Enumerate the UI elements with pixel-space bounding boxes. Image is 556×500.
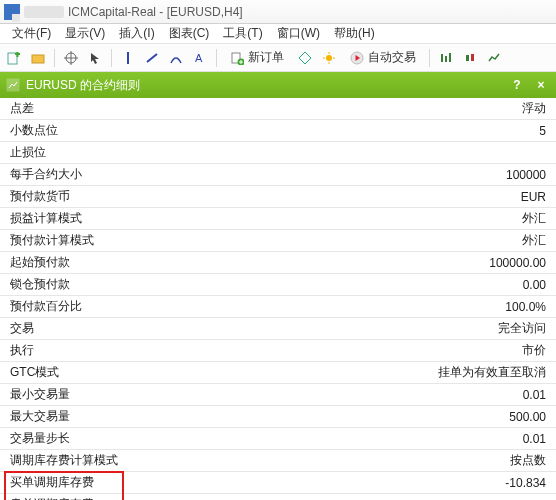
property-value: 完全访问 <box>498 320 546 337</box>
profiles-button[interactable] <box>28 48 48 68</box>
menu-view[interactable]: 显示(V) <box>59 23 111 44</box>
plus-doc-icon <box>7 51 21 65</box>
menu-charts[interactable]: 图表(C) <box>163 23 216 44</box>
property-row: 交易完全访问 <box>0 318 556 340</box>
property-row: 最小交易量0.01 <box>0 384 556 406</box>
panel-help-button[interactable]: ? <box>508 76 526 94</box>
metaquotes-button[interactable] <box>319 48 339 68</box>
menu-help[interactable]: 帮助(H) <box>328 23 381 44</box>
window-title: ICMCapital-Real - [EURUSD,H4] <box>68 5 243 19</box>
property-row: 最大交易量500.00 <box>0 406 556 428</box>
property-label: 最大交易量 <box>10 408 70 425</box>
menu-window[interactable]: 窗口(W) <box>271 23 326 44</box>
property-label: 执行 <box>10 342 34 359</box>
property-value: 外汇 <box>522 210 546 227</box>
property-value: -10.834 <box>505 476 546 490</box>
property-label: 预付款货币 <box>10 188 70 205</box>
crosshair-icon <box>64 51 78 65</box>
draw-cycle-button[interactable] <box>166 48 186 68</box>
folder-icon <box>31 51 45 65</box>
crosshair-button[interactable] <box>61 48 81 68</box>
bar-chart-button[interactable] <box>436 48 456 68</box>
property-label: 卖单调期库存费 <box>10 496 94 500</box>
menubar: 文件(F) 显示(V) 插入(I) 图表(C) 工具(T) 窗口(W) 帮助(H… <box>0 24 556 44</box>
line-chart-button[interactable] <box>484 48 504 68</box>
svg-point-6 <box>326 55 332 61</box>
menu-insert[interactable]: 插入(I) <box>113 23 160 44</box>
draw-text-button[interactable]: A <box>190 48 210 68</box>
property-row: 起始预付款100000.00 <box>0 252 556 274</box>
property-value: 500.00 <box>509 410 546 424</box>
property-row: 预付款货币EUR <box>0 186 556 208</box>
property-value: 浮动 <box>522 100 546 117</box>
svg-rect-9 <box>471 54 474 61</box>
doc-plus-icon <box>230 51 244 65</box>
auto-trade-button[interactable]: 自动交易 <box>343 47 423 69</box>
svg-rect-8 <box>466 55 469 61</box>
property-label: 最小交易量 <box>10 386 70 403</box>
bar-chart-icon <box>439 51 453 65</box>
cursor-button[interactable] <box>85 48 105 68</box>
cursor-icon <box>88 51 102 65</box>
expert-list-button[interactable] <box>295 48 315 68</box>
draw-vline-button[interactable] <box>118 48 138 68</box>
property-row: 交易量步长0.01 <box>0 428 556 450</box>
property-value: 5 <box>539 124 546 138</box>
property-row: 买单调期库存费-10.834 <box>0 472 556 494</box>
property-row: GTC模式挂单为有效直至取消 <box>0 362 556 384</box>
property-label: 损益计算模式 <box>10 210 82 227</box>
property-value: 外汇 <box>522 232 546 249</box>
separator <box>54 49 55 67</box>
property-value: 0.01 <box>523 432 546 446</box>
panel-close-button[interactable]: × <box>532 76 550 94</box>
property-value: 市价 <box>522 342 546 359</box>
property-label: 小数点位 <box>10 122 58 139</box>
separator <box>429 49 430 67</box>
property-row: 点差浮动 <box>0 98 556 120</box>
menu-tools[interactable]: 工具(T) <box>217 23 268 44</box>
property-value: 挂单为有效直至取消 <box>438 364 546 381</box>
property-value: 100000.00 <box>489 256 546 270</box>
property-label: 调期库存费计算模式 <box>10 452 118 469</box>
candlestick-button[interactable] <box>460 48 480 68</box>
property-label: 预付款计算模式 <box>10 232 94 249</box>
property-label: 每手合约大小 <box>10 166 82 183</box>
cycle-icon <box>169 51 183 65</box>
auto-trade-label: 自动交易 <box>368 49 416 66</box>
property-value: 100000 <box>506 168 546 182</box>
property-row: 止损位 <box>0 142 556 164</box>
app-icon <box>4 4 20 20</box>
property-label: 点差 <box>10 100 34 117</box>
property-label: 锁仓预付款 <box>10 276 70 293</box>
property-row: 锁仓预付款0.00 <box>0 274 556 296</box>
property-value: EUR <box>521 190 546 204</box>
chart-panel-icon <box>6 78 20 92</box>
property-row: 小数点位5 <box>0 120 556 142</box>
property-row: 损益计算模式外汇 <box>0 208 556 230</box>
vertical-line-icon <box>121 51 135 65</box>
property-label: 交易量步长 <box>10 430 70 447</box>
candlestick-icon <box>463 51 477 65</box>
property-row: 预付款百分比100.0% <box>0 296 556 318</box>
property-label: 买单调期库存费 <box>10 474 94 491</box>
property-row: 卖单调期库存费1.998 <box>0 494 556 500</box>
property-value: 按点数 <box>510 452 546 469</box>
new-order-button[interactable]: 新订单 <box>223 47 291 69</box>
sun-icon <box>322 51 336 65</box>
property-list: 点差浮动小数点位5止损位每手合约大小100000预付款货币EUR损益计算模式外汇… <box>0 98 556 500</box>
property-row: 预付款计算模式外汇 <box>0 230 556 252</box>
separator <box>111 49 112 67</box>
property-row: 执行市价 <box>0 340 556 362</box>
toolbar: A 新订单 自动交易 <box>0 44 556 72</box>
menu-file[interactable]: 文件(F) <box>6 23 57 44</box>
draw-trend-button[interactable] <box>142 48 162 68</box>
panel-title: EURUSD 的合约细则 <box>26 77 140 94</box>
play-icon <box>350 51 364 65</box>
property-value: 100.0% <box>505 300 546 314</box>
new-chart-button[interactable] <box>4 48 24 68</box>
trend-line-icon <box>145 51 159 65</box>
property-label: 起始预付款 <box>10 254 70 271</box>
svg-text:A: A <box>195 52 203 64</box>
property-value: 0.00 <box>523 278 546 292</box>
account-blur <box>24 6 64 18</box>
